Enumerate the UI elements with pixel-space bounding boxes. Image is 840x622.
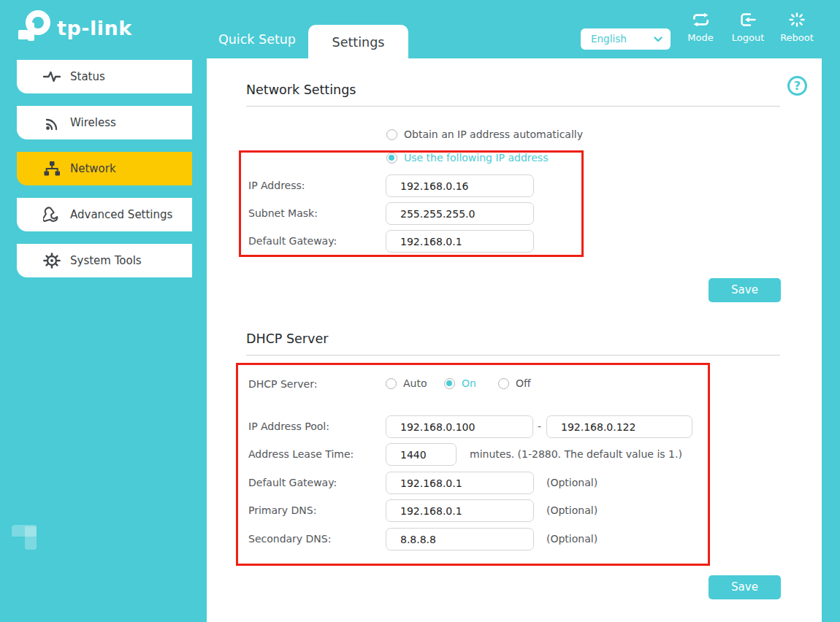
mode-icon bbox=[691, 12, 711, 27]
dhcp-gateway-label: Default Gateway: bbox=[248, 477, 337, 488]
ip-pool-label: IP Address Pool: bbox=[248, 421, 329, 432]
ip-pool-end-input[interactable] bbox=[546, 415, 692, 438]
subnet-mask-input[interactable] bbox=[386, 202, 534, 225]
radio-obtain-ip-auto-label[interactable]: Obtain an IP address automatically bbox=[404, 128, 583, 140]
reboot-label: Reboot bbox=[779, 32, 815, 43]
radio-dhcp-off[interactable] bbox=[498, 378, 509, 389]
primary-dns-label: Primary DNS: bbox=[248, 504, 316, 516]
tab-quick-setup[interactable]: Quick Setup bbox=[218, 32, 296, 47]
mode-label: Mode bbox=[684, 32, 717, 43]
save-button-dhcp[interactable]: Save bbox=[709, 575, 781, 599]
default-gateway-input[interactable] bbox=[386, 230, 534, 253]
radio-dhcp-off-label[interactable]: Off bbox=[516, 377, 531, 389]
help-icon[interactable]: ? bbox=[787, 76, 807, 96]
decorative-corner-shape bbox=[25, 526, 37, 550]
sidebar-item-label: Wireless bbox=[70, 116, 116, 129]
sidebar-item-label: Status bbox=[70, 70, 105, 83]
ip-address-label: IP Address: bbox=[248, 180, 305, 191]
wrench-icon bbox=[43, 207, 61, 223]
default-gateway-label: Default Gateway: bbox=[248, 235, 337, 247]
radio-dhcp-auto[interactable] bbox=[386, 378, 397, 389]
gear-icon bbox=[43, 253, 61, 269]
lease-time-label: Address Lease Time: bbox=[248, 448, 354, 460]
sidebar-item-system-tools[interactable]: System Tools bbox=[17, 244, 192, 277]
tp-link-logo-icon bbox=[16, 9, 53, 47]
network-icon bbox=[43, 161, 61, 177]
lease-time-input[interactable] bbox=[386, 443, 457, 466]
radio-obtain-ip-auto[interactable] bbox=[386, 129, 397, 140]
reboot-button[interactable]: Reboot bbox=[779, 12, 815, 43]
network-settings-title: Network Settings bbox=[246, 82, 356, 97]
reboot-icon bbox=[789, 12, 805, 27]
radio-use-following-ip[interactable] bbox=[386, 153, 397, 164]
optional-hint: (Optional) bbox=[546, 504, 597, 516]
sidebar-item-advanced-settings[interactable]: Advanced Settings bbox=[17, 198, 192, 231]
dhcp-server-title: DHCP Server bbox=[246, 331, 328, 346]
brand-name: tp-link bbox=[57, 17, 132, 39]
sidebar-item-label: Advanced Settings bbox=[70, 208, 172, 221]
dhcp-gateway-input[interactable] bbox=[386, 472, 534, 494]
sidebar-item-wireless[interactable]: Wireless bbox=[17, 106, 192, 139]
ip-pool-separator: - bbox=[538, 421, 541, 432]
status-icon bbox=[43, 69, 61, 85]
brand-logo: tp-link bbox=[16, 9, 132, 47]
secondary-dns-input[interactable] bbox=[386, 528, 534, 550]
chevron-down-icon bbox=[654, 37, 663, 42]
dhcp-mode-label: DHCP Server: bbox=[248, 378, 317, 390]
mode-button[interactable]: Mode bbox=[684, 12, 717, 43]
optional-hint: (Optional) bbox=[546, 477, 597, 488]
language-value: English bbox=[591, 33, 627, 45]
section-divider bbox=[246, 106, 780, 107]
radio-dhcp-on[interactable] bbox=[444, 378, 455, 389]
language-select[interactable]: English bbox=[581, 28, 671, 50]
radio-use-following-ip-label[interactable]: Use the following IP address bbox=[404, 152, 548, 164]
tab-settings[interactable]: Settings bbox=[308, 25, 408, 58]
logout-label: Logout bbox=[731, 32, 765, 43]
radio-dhcp-auto-label[interactable]: Auto bbox=[403, 377, 427, 389]
logout-button[interactable]: Logout bbox=[731, 12, 765, 43]
wireless-icon bbox=[43, 115, 61, 131]
subnet-mask-label: Subnet Mask: bbox=[248, 207, 318, 219]
ip-pool-start-input[interactable] bbox=[386, 415, 533, 438]
sidebar-item-label: System Tools bbox=[70, 254, 142, 267]
secondary-dns-label: Secondary DNS: bbox=[248, 533, 331, 545]
lease-time-hint: minutes. (1-2880. The default value is 1… bbox=[470, 448, 682, 460]
sidebar-item-status[interactable]: Status bbox=[17, 60, 192, 93]
optional-hint: (Optional) bbox=[546, 533, 597, 545]
logout-icon bbox=[739, 12, 757, 27]
sidebar-item-network[interactable]: Network bbox=[17, 152, 192, 185]
radio-dhcp-on-label[interactable]: On bbox=[462, 377, 476, 389]
section-divider bbox=[246, 355, 780, 356]
save-button-network[interactable]: Save bbox=[709, 278, 781, 302]
primary-dns-input[interactable] bbox=[386, 499, 534, 522]
sidebar-item-label: Network bbox=[70, 162, 116, 175]
ip-address-input[interactable] bbox=[386, 174, 534, 197]
